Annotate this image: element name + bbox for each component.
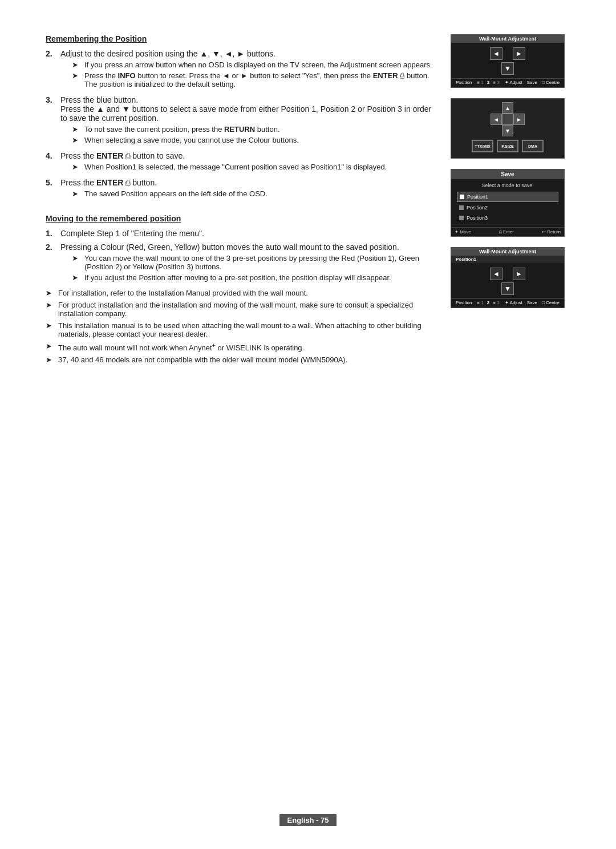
wma1-adjust: ✦ Adjust <box>505 80 522 85</box>
arrow-marker: ➤ <box>46 342 55 350</box>
option1-label: Position1 <box>467 194 488 200</box>
down-arrow-row: ▼ <box>451 62 564 78</box>
wma2-title: Wall-Mount Adjustment <box>451 248 564 256</box>
wma1-title: Wall-Mount Adjustment <box>451 35 564 43</box>
toplevel-3-text: This installation manual is to be used w… <box>58 321 433 338</box>
option3-label: Position3 <box>467 215 488 221</box>
step-2-text: Adjust to the desired position using the… <box>60 49 275 58</box>
wma2-bottom: Position ■ 1 2 ■ 3 ✦ Adjust Save □ Centr… <box>451 298 564 308</box>
wma2-down-arrow-row: ▼ <box>451 282 564 298</box>
toplevel-2-text: For product installation and the install… <box>58 301 433 318</box>
arrow-marker: ➤ <box>72 273 81 282</box>
dma-btn[interactable]: DMA <box>522 140 544 152</box>
step-4-sub-1-text: When Position1 is selected, the message … <box>84 163 433 171</box>
nav-left[interactable]: ◄ <box>491 114 502 125</box>
step-5-text: Press the ENTER ⎙ button. <box>60 178 157 187</box>
step-4: 4. Press the ENTER ⎙ button to save. ➤ W… <box>46 151 433 173</box>
save-move: ✦ Move <box>455 229 471 235</box>
option3-dot <box>459 216 464 220</box>
step-3: 3. Press the blue button. Press the ▲ an… <box>46 95 433 147</box>
save-option-1[interactable]: Position1 <box>457 192 558 202</box>
option2-dot <box>459 205 464 210</box>
nav-up[interactable]: ▲ <box>502 102 513 114</box>
s2-step-2-sub-1: ➤ You can move the wall mount to one of … <box>72 254 433 271</box>
s2-step-2-sub-2-text: If you adjust the Position after moving … <box>84 273 433 282</box>
psize-btn[interactable]: P.SIZE <box>497 140 518 152</box>
s2-step-2-num: 2. <box>46 242 56 252</box>
arrow-marker: ➤ <box>72 71 81 80</box>
save-option-2[interactable]: Position2 <box>457 203 558 212</box>
remote-nav: ▲ ◄ ► ▼ <box>455 102 561 136</box>
step-3-text2: Press the ▲ and ▼ buttons to select a sa… <box>60 104 431 123</box>
toplevel-2: ➤ For product installation and the insta… <box>46 301 433 318</box>
right-arrow-btn[interactable]: ► <box>513 47 525 60</box>
toplevel-3: ➤ This installation manual is to be used… <box>46 321 433 338</box>
s2-step-1-num: 1. <box>46 229 56 238</box>
wma1-pos3: ■ 3 <box>493 80 500 85</box>
arrow-marker: ➤ <box>46 301 55 309</box>
save-option-3[interactable]: Position3 <box>457 213 558 223</box>
option2-label: Position2 <box>467 205 488 211</box>
s2-step-2: 2. Pressing a Colour (Red, Green, Yellow… <box>46 242 433 284</box>
step-3-num: 3. <box>46 95 56 104</box>
save-footer: ✦ Move ⎙ Enter ↩ Return <box>451 227 564 236</box>
toplevel-1: ➤ For installation, refer to the Install… <box>46 289 433 297</box>
s2-step-2-sub-1-text: You can move the wall mount to one of th… <box>84 254 433 271</box>
save-subtitle: Select a mode to save. <box>457 183 558 188</box>
wma2-pos2: 2 <box>487 300 489 305</box>
wma1-controls: ✦ Adjust Save □ Centre <box>505 80 560 85</box>
arrow-marker: ➤ <box>46 321 55 330</box>
ttxmix-btn[interactable]: TTX/MIX <box>472 140 493 152</box>
wma2-pos1: ■ 1 <box>477 300 484 305</box>
arrow-marker: ➤ <box>72 163 81 171</box>
step-3-content: Press the blue button. Press the ▲ and ▼… <box>60 95 433 147</box>
wma-screen-2: Wall-Mount Adjustment Position1 ◄ ► ▼ Po… <box>451 247 565 308</box>
save-body: Select a mode to save. Position1 Positio… <box>451 179 564 227</box>
page: Remembering the Position 2. Adjust to th… <box>0 0 616 849</box>
wma1-arrow-row: ◄ ► <box>451 43 564 62</box>
nav-down[interactable]: ▼ <box>502 125 513 136</box>
save-title: Save <box>451 169 564 179</box>
wma2-left-arrow[interactable]: ◄ <box>490 268 502 280</box>
nav-center[interactable] <box>502 114 513 125</box>
section1: Remembering the Position 2. Adjust to th… <box>46 34 433 200</box>
footer-badge: English - 75 <box>279 814 337 826</box>
wma2-position1-label: Position1 <box>456 257 476 262</box>
step-5-sub-1-text: The saved Position appears on the left s… <box>84 189 433 198</box>
left-arrow-btn[interactable]: ◄ <box>490 47 502 60</box>
s2-step-2-sub-2: ➤ If you adjust the Position after movin… <box>72 273 433 282</box>
s2-step-1: 1. Complete Step 1 of "Entering the menu… <box>46 229 433 238</box>
s2-step-1-text: Complete Step 1 of "Entering the menu". <box>60 229 204 238</box>
step-4-content: Press the ENTER ⎙ button to save. ➤ When… <box>60 151 433 173</box>
toplevel-1-text: For installation, refer to the Installat… <box>58 289 433 297</box>
wma2-right-arrow[interactable]: ► <box>513 268 525 280</box>
step-2-sub-1-text: If you press an arrow button when no OSD… <box>84 60 433 69</box>
wma2-save: Save <box>527 300 537 305</box>
wma1-position-label: Position <box>456 80 472 85</box>
right-column: Wall-Mount Adjustment ◄ ► ▼ Position ■ 1… <box>451 34 570 367</box>
step-2-sub-1: ➤ If you press an arrow button when no O… <box>72 60 433 69</box>
wma1-pos2: 2 <box>487 80 489 85</box>
wma2-position-label: Position <box>456 300 472 305</box>
page-footer: English - 75 <box>0 814 616 826</box>
wma1-bottom: Position ■ 1 2 ■ 3 ✦ Adjust Save □ Centr… <box>451 78 564 87</box>
toplevel-4: ➤ The auto wall mount will not work when… <box>46 342 433 352</box>
wma1-centre: □ Centre <box>542 80 560 85</box>
save-enter: ⎙ Enter <box>499 229 514 235</box>
content-area: Remembering the Position 2. Adjust to th… <box>46 34 570 367</box>
nav-right[interactable]: ► <box>513 114 525 125</box>
wma2-top: Position1 <box>451 256 564 263</box>
left-column: Remembering the Position 2. Adjust to th… <box>46 34 433 367</box>
wma2-controls: ✦ Adjust Save □ Centre <box>505 300 560 305</box>
s2-step-2-content: Pressing a Colour (Red, Green, Yellow) b… <box>60 242 433 284</box>
wma2-adjust: ✦ Adjust <box>505 300 522 305</box>
save-return: ↩ Return <box>542 229 561 235</box>
arrow-marker: ➤ <box>46 355 55 364</box>
s2-step-1-content: Complete Step 1 of "Entering the menu". <box>60 229 433 238</box>
wma2-down-arrow[interactable]: ▼ <box>501 282 514 295</box>
step-5-content: Press the ENTER ⎙ button. ➤ The saved Po… <box>60 178 433 200</box>
arrow-marker: ➤ <box>72 189 81 198</box>
s2-step-2-text: Pressing a Colour (Red, Green, Yellow) b… <box>60 242 399 252</box>
save-screen: Save Select a mode to save. Position1 Po… <box>451 169 565 237</box>
down-arrow-btn[interactable]: ▼ <box>501 62 514 75</box>
